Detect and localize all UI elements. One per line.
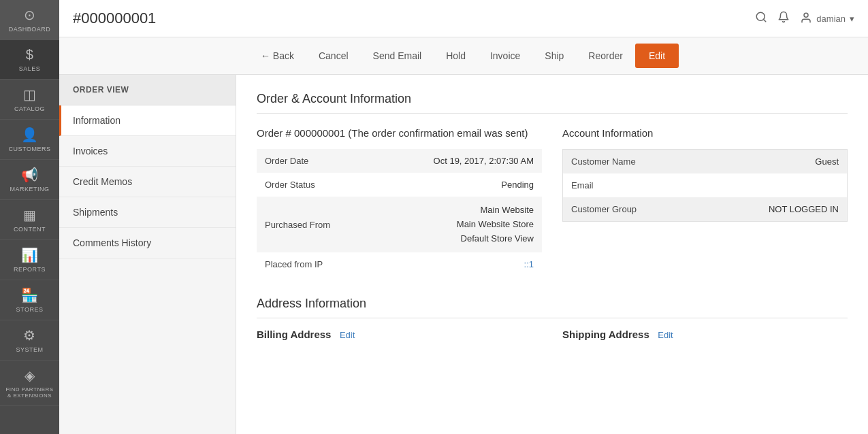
stores-icon: 🏪 <box>21 287 39 303</box>
sidebar-item-reports[interactable]: 📊 REPORTS <box>0 240 59 280</box>
header-actions: damian ▾ <box>755 11 854 27</box>
shipping-address-edit-link[interactable]: Edit <box>658 330 673 340</box>
extensions-icon: ◈ <box>25 367 35 384</box>
account-info-title: Account Information <box>562 127 848 139</box>
user-avatar-icon <box>800 12 812 26</box>
customer-name-label: Customer Name <box>563 150 701 174</box>
system-icon: ⚙ <box>23 327 36 344</box>
email-label: Email <box>563 173 701 197</box>
email-value <box>701 173 848 197</box>
billing-address: Billing Address Edit <box>257 329 542 341</box>
svg-point-2 <box>804 13 808 17</box>
table-row: Placed from IP ::1 <box>257 252 542 276</box>
customer-group-value: NOT LOGGED IN <box>701 197 848 222</box>
placed-from-ip-value: ::1 <box>374 252 542 276</box>
table-row: Purchased From Main WebsiteMain Website … <box>257 197 542 252</box>
sidebar-item-label: REPORTS <box>14 266 46 273</box>
customers-icon: 👤 <box>21 127 39 143</box>
billing-address-edit-link[interactable]: Edit <box>340 330 355 340</box>
sidebar-item-customers[interactable]: 👤 CUSTOMERS <box>0 120 59 160</box>
order-status-label: Order Status <box>257 173 374 197</box>
order-view-header: ORDER VIEW <box>59 75 236 105</box>
sidebar-item-sales[interactable]: $ SALES <box>0 40 59 80</box>
shipping-address-label: Shipping Address <box>562 329 649 340</box>
search-icon[interactable] <box>755 11 767 27</box>
reports-icon: 📊 <box>21 247 39 263</box>
back-button[interactable]: ← Back <box>248 44 306 68</box>
sidebar-item-label: SALES <box>19 65 41 72</box>
main-content: #000000001 damian ▾ <box>59 0 868 434</box>
order-date-value: Oct 19, 2017, 2:07:30 AM <box>374 149 542 173</box>
address-section-heading: Address Information <box>257 297 848 318</box>
top-header: #000000001 damian ▾ <box>59 0 868 37</box>
table-row: Customer Name Guest <box>563 150 848 174</box>
shipping-address: Shipping Address Edit <box>562 329 848 341</box>
placed-from-ip-label: Placed from IP <box>257 252 374 276</box>
order-date-label: Order Date <box>257 149 374 173</box>
catalog-icon: ◫ <box>23 86 37 103</box>
sidebar-item-find-partners[interactable]: ◈ FIND PARTNERS & EXTENSIONS <box>0 361 59 406</box>
sidebar-item-catalog[interactable]: ◫ CATALOG <box>0 80 59 120</box>
address-section: Address Information Billing Address Edit… <box>257 297 848 341</box>
nav-item-invoices[interactable]: Invoices <box>59 136 236 167</box>
section-heading-order-account: Order & Account Information <box>257 92 848 114</box>
page-title: #000000001 <box>73 10 156 27</box>
order-status-value: Pending <box>374 173 542 197</box>
marketing-icon: 📢 <box>21 167 39 183</box>
edit-button[interactable]: Edit <box>635 44 679 68</box>
nav-item-credit-memos[interactable]: Credit Memos <box>59 167 236 197</box>
account-info-table: Customer Name Guest Email Customer Group… <box>562 149 848 222</box>
customer-name-value: Guest <box>701 150 848 174</box>
purchased-from-value: Main WebsiteMain Website StoreDefault St… <box>374 197 542 252</box>
invoice-button[interactable]: Invoice <box>478 44 532 68</box>
table-row: Order Status Pending <box>257 173 542 197</box>
nav-item-comments-history[interactable]: Comments History <box>59 228 236 258</box>
send-email-button[interactable]: Send Email <box>361 44 434 68</box>
content-area: ORDER VIEW Information Invoices Credit M… <box>59 75 868 434</box>
info-grid: Order # 000000001 (The order confirmatio… <box>257 127 848 276</box>
address-grid: Billing Address Edit Shipping Address Ed… <box>257 329 848 341</box>
action-bar: ← Back Cancel Send Email Hold Invoice Sh… <box>59 37 868 75</box>
sales-icon: $ <box>26 47 34 63</box>
order-info-table: Order Date Oct 19, 2017, 2:07:30 AM Orde… <box>257 149 542 276</box>
sidebar-item-label: MARKETING <box>10 186 49 193</box>
content-icon: ▦ <box>23 207 37 223</box>
sidebar-item-content[interactable]: ▦ CONTENT <box>0 200 59 240</box>
sidebar-item-marketing[interactable]: 📢 MARKETING <box>0 160 59 200</box>
hold-button[interactable]: Hold <box>434 44 478 68</box>
sidebar: ⊙ DASHBOARD $ SALES ◫ CATALOG 👤 CUSTOMER… <box>0 0 59 434</box>
user-name: damian <box>816 14 846 24</box>
right-panel: Order & Account Information Order # 0000… <box>236 75 868 434</box>
ip-link[interactable]: ::1 <box>524 259 534 269</box>
reorder-button[interactable]: Reorder <box>576 44 635 68</box>
table-row: Email <box>563 173 848 197</box>
nav-item-shipments[interactable]: Shipments <box>59 197 236 228</box>
purchased-from-label: Purchased From <box>257 197 374 252</box>
table-row: Order Date Oct 19, 2017, 2:07:30 AM <box>257 149 542 173</box>
sidebar-item-system[interactable]: ⚙ SYSTEM <box>0 320 59 361</box>
order-info-title: Order # 000000001 (The order confirmatio… <box>257 127 542 139</box>
cancel-button[interactable]: Cancel <box>306 44 361 68</box>
order-info-left: Order # 000000001 (The order confirmatio… <box>257 127 542 276</box>
sidebar-item-stores[interactable]: 🏪 STORES <box>0 280 59 320</box>
sidebar-item-dashboard[interactable]: ⊙ DASHBOARD <box>0 0 59 40</box>
sidebar-item-label: FIND PARTNERS & EXTENSIONS <box>3 386 56 399</box>
ship-button[interactable]: Ship <box>532 44 576 68</box>
nav-item-information[interactable]: Information <box>59 105 236 136</box>
sidebar-item-label: SYSTEM <box>16 346 43 353</box>
dashboard-icon: ⊙ <box>24 7 36 23</box>
table-row: Customer Group NOT LOGGED IN <box>563 197 848 222</box>
billing-address-label: Billing Address <box>257 329 331 340</box>
sidebar-item-label: DASHBOARD <box>9 26 51 33</box>
chevron-down-icon: ▾ <box>850 14 854 24</box>
user-menu[interactable]: damian ▾ <box>800 12 854 26</box>
bell-icon[interactable] <box>777 11 790 27</box>
sidebar-item-label: CONTENT <box>14 226 46 233</box>
svg-line-1 <box>764 19 766 21</box>
sidebar-item-label: STORES <box>16 306 44 313</box>
sidebar-item-label: CATALOG <box>14 105 45 112</box>
customer-group-label: Customer Group <box>563 197 701 222</box>
left-panel: ORDER VIEW Information Invoices Credit M… <box>59 75 236 434</box>
sidebar-item-label: CUSTOMERS <box>9 146 51 152</box>
account-info: Account Information Customer Name Guest … <box>562 127 848 276</box>
